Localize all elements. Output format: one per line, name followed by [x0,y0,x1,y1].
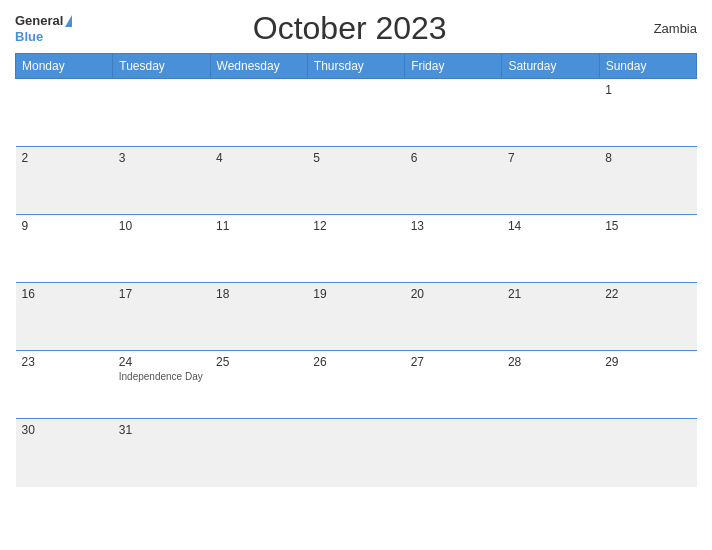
day-number: 20 [411,287,496,301]
day-number: 19 [313,287,398,301]
calendar-cell: 29 [599,351,696,419]
day-number: 6 [411,151,496,165]
day-number: 17 [119,287,204,301]
calendar-cell: 2 [16,147,113,215]
day-number: 3 [119,151,204,165]
calendar-cell: 13 [405,215,502,283]
logo-bottom: Blue [15,29,72,45]
col-wednesday: Wednesday [210,54,307,79]
calendar-cell: 28 [502,351,599,419]
calendar-cell [502,419,599,487]
calendar-cell: 1 [599,79,696,147]
day-number: 4 [216,151,301,165]
day-number: 2 [22,151,107,165]
day-number: 30 [22,423,107,437]
day-number: 22 [605,287,690,301]
day-number: 9 [22,219,107,233]
calendar-cell [113,79,210,147]
calendar-cell: 17 [113,283,210,351]
calendar-cell [210,79,307,147]
day-number: 21 [508,287,593,301]
calendar-cell: 3 [113,147,210,215]
calendar-cell: 30 [16,419,113,487]
calendar-cell [405,419,502,487]
calendar-cell: 19 [307,283,404,351]
col-sunday: Sunday [599,54,696,79]
logo: General Blue [15,13,72,44]
day-number: 15 [605,219,690,233]
day-number: 24 [119,355,204,369]
day-number: 5 [313,151,398,165]
day-number: 29 [605,355,690,369]
day-number: 25 [216,355,301,369]
calendar-cell: 7 [502,147,599,215]
logo-top: General [15,13,72,29]
col-thursday: Thursday [307,54,404,79]
calendar-cell: 18 [210,283,307,351]
event-label: Independence Day [119,371,204,382]
calendar-table: Monday Tuesday Wednesday Thursday Friday… [15,53,697,487]
day-number: 16 [22,287,107,301]
calendar-cell [502,79,599,147]
calendar-body: 123456789101112131415161718192021222324I… [16,79,697,487]
calendar-row: 9101112131415 [16,215,697,283]
calendar-cell [307,79,404,147]
calendar-cell [307,419,404,487]
logo-triangle-icon [65,15,72,27]
day-number: 8 [605,151,690,165]
calendar-row: 2345678 [16,147,697,215]
country-label: Zambia [627,21,697,36]
calendar-cell [210,419,307,487]
calendar-cell: 16 [16,283,113,351]
calendar-cell: 23 [16,351,113,419]
col-tuesday: Tuesday [113,54,210,79]
day-number: 1 [605,83,690,97]
calendar-cell: 15 [599,215,696,283]
calendar-cell: 31 [113,419,210,487]
calendar-cell: 26 [307,351,404,419]
day-number: 31 [119,423,204,437]
day-number: 13 [411,219,496,233]
calendar-cell: 22 [599,283,696,351]
calendar-cell: 21 [502,283,599,351]
calendar-cell: 25 [210,351,307,419]
calendar-row: 3031 [16,419,697,487]
calendar-cell: 12 [307,215,404,283]
calendar-cell: 4 [210,147,307,215]
calendar-row: 2324Independence Day2526272829 [16,351,697,419]
month-title: October 2023 [72,10,627,47]
calendar-cell: 6 [405,147,502,215]
calendar-cell: 8 [599,147,696,215]
calendar-row: 16171819202122 [16,283,697,351]
day-number: 14 [508,219,593,233]
calendar-row: 1 [16,79,697,147]
calendar-cell: 27 [405,351,502,419]
col-friday: Friday [405,54,502,79]
day-number: 11 [216,219,301,233]
calendar-cell: 5 [307,147,404,215]
calendar-cell [405,79,502,147]
col-monday: Monday [16,54,113,79]
calendar-cell [599,419,696,487]
calendar-cell: 10 [113,215,210,283]
calendar-header-row: Monday Tuesday Wednesday Thursday Friday… [16,54,697,79]
calendar-container: General Blue October 2023 Zambia Monday … [0,0,712,550]
day-number: 27 [411,355,496,369]
calendar-cell [16,79,113,147]
day-number: 10 [119,219,204,233]
calendar-header: General Blue October 2023 Zambia [15,10,697,47]
col-saturday: Saturday [502,54,599,79]
day-number: 18 [216,287,301,301]
calendar-cell: 11 [210,215,307,283]
calendar-cell: 14 [502,215,599,283]
day-number: 28 [508,355,593,369]
calendar-cell: 20 [405,283,502,351]
day-number: 26 [313,355,398,369]
day-number: 23 [22,355,107,369]
day-number: 7 [508,151,593,165]
day-number: 12 [313,219,398,233]
calendar-cell: 24Independence Day [113,351,210,419]
calendar-cell: 9 [16,215,113,283]
